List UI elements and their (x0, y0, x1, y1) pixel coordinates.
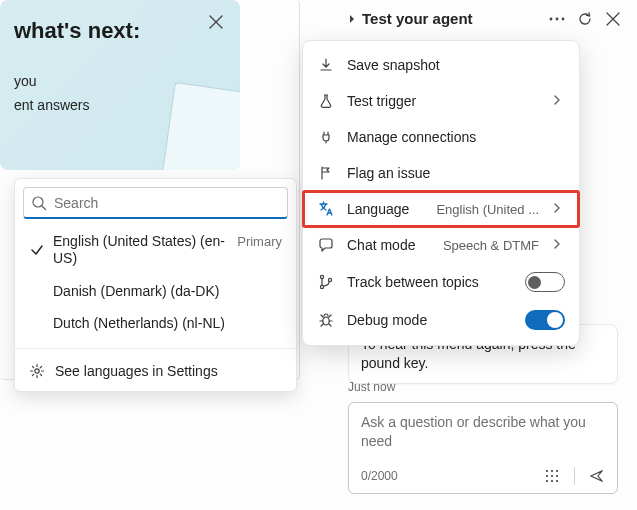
panel-title: Test your agent (362, 10, 473, 27)
flag-icon (317, 164, 335, 182)
bug-icon (317, 311, 335, 329)
flask-icon (317, 92, 335, 110)
track-toggle[interactable] (525, 272, 565, 292)
svg-point-3 (550, 17, 553, 20)
char-counter: 0/2000 (361, 468, 398, 484)
menu-label: Track between topics (347, 274, 513, 290)
svg-point-6 (320, 275, 323, 278)
menu-flag-issue[interactable]: Flag an issue (303, 155, 579, 191)
divider (574, 467, 575, 485)
menu-save-snapshot[interactable]: Save snapshot (303, 47, 579, 83)
svg-point-14 (551, 475, 553, 477)
panel-header: Test your agent (338, 0, 635, 37)
compose-placeholder: Ask a question or describe what you need (361, 414, 586, 449)
menu-manage-connections[interactable]: Manage connections (303, 119, 579, 155)
menu-label: Language (347, 201, 424, 217)
test-agent-panel: Test your agent Save snapshot Test t (338, 0, 635, 510)
menu-test-trigger[interactable]: Test trigger (303, 83, 579, 119)
search-wrap (23, 187, 288, 219)
plug-icon (317, 128, 335, 146)
message-timestamp: Just now (348, 380, 395, 394)
divider (15, 348, 296, 349)
caret-right-icon[interactable] (348, 15, 356, 23)
svg-point-2 (35, 369, 39, 373)
menu-value: Speech & DTMF (443, 238, 539, 253)
search-icon (31, 195, 47, 211)
language-list: English (United States) (en-US) Primary … (15, 219, 296, 346)
svg-point-16 (546, 480, 548, 482)
hero-title: what's next: (14, 18, 226, 44)
search-input[interactable] (23, 187, 288, 219)
more-icon[interactable] (549, 11, 565, 27)
svg-point-8 (328, 278, 331, 281)
menu-chat-mode[interactable]: Chat mode Speech & DTMF (303, 227, 579, 263)
svg-point-9 (323, 317, 329, 325)
check-placeholder (29, 316, 45, 332)
panel-menu: Save snapshot Test trigger Manage connec… (302, 40, 580, 346)
svg-point-13 (546, 475, 548, 477)
menu-label: Flag an issue (347, 165, 565, 181)
language-label: Dutch (Netherlands) (nl-NL) (53, 315, 225, 332)
menu-debug-mode[interactable]: Debug mode (303, 301, 579, 339)
language-option-en-us[interactable]: English (United States) (en-US) Primary (15, 225, 296, 275)
compose-box[interactable]: Ask a question or describe what you need… (348, 402, 618, 494)
svg-point-11 (551, 470, 553, 472)
menu-track-between-topics[interactable]: Track between topics (303, 263, 579, 301)
language-label: Danish (Denmark) (da-DK) (53, 283, 219, 300)
svg-point-0 (33, 197, 43, 207)
svg-line-1 (42, 206, 46, 210)
whats-next-hero: what's next: you ent answers (0, 0, 240, 170)
svg-point-18 (556, 480, 558, 482)
menu-label: Manage connections (347, 129, 565, 145)
svg-point-10 (546, 470, 548, 472)
language-icon (317, 200, 335, 218)
menu-language[interactable]: Language English (United ... (303, 191, 579, 227)
refresh-icon[interactable] (577, 11, 593, 27)
chevron-right-icon (551, 202, 565, 216)
see-settings-label: See languages in Settings (55, 363, 218, 379)
download-icon (317, 56, 335, 74)
left-card: what's next: you ent answers English (Un… (0, 0, 300, 380)
chevron-right-icon (551, 238, 565, 252)
close-icon[interactable] (605, 11, 621, 27)
close-icon[interactable] (204, 10, 228, 34)
gear-icon (29, 363, 45, 379)
language-picker-popup: English (United States) (en-US) Primary … (14, 178, 297, 392)
menu-label: Save snapshot (347, 57, 565, 73)
branch-icon (317, 273, 335, 291)
svg-point-15 (556, 475, 558, 477)
svg-point-4 (556, 17, 559, 20)
menu-label: Test trigger (347, 93, 539, 109)
chevron-right-icon (551, 94, 565, 108)
hero-line-2: ent answers (14, 94, 226, 118)
svg-point-17 (551, 480, 553, 482)
hero-line-1: you (14, 70, 226, 94)
hero-lines: you ent answers (14, 70, 226, 118)
language-label: English (United States) (en-US) (53, 233, 229, 267)
see-languages-in-settings[interactable]: See languages in Settings (15, 351, 296, 391)
debug-toggle[interactable] (525, 310, 565, 330)
check-icon (29, 242, 45, 258)
menu-label: Debug mode (347, 312, 513, 328)
svg-point-5 (562, 17, 565, 20)
chat-icon (317, 236, 335, 254)
check-placeholder (29, 283, 45, 299)
send-icon[interactable] (589, 468, 605, 484)
svg-point-12 (556, 470, 558, 472)
menu-label: Chat mode (347, 237, 431, 253)
language-option-nl-nl[interactable]: Dutch (Netherlands) (nl-NL) (15, 307, 296, 340)
language-option-da-dk[interactable]: Danish (Denmark) (da-DK) (15, 275, 296, 308)
keypad-icon[interactable] (544, 468, 560, 484)
primary-badge: Primary (237, 234, 282, 250)
menu-value: English (United ... (436, 202, 539, 217)
